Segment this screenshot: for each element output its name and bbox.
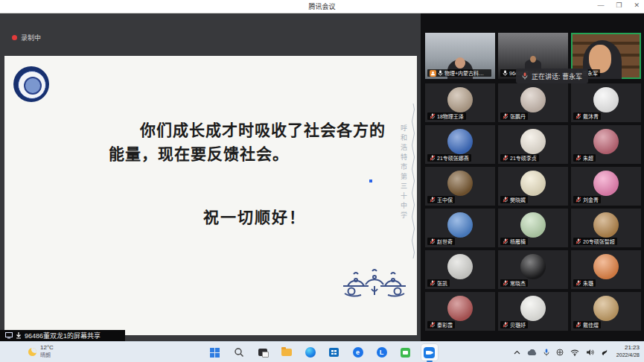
minimize-button[interactable]: — xyxy=(597,1,604,9)
tray-chevron-icon[interactable] xyxy=(514,350,520,355)
participant-tile[interactable]: 戴沐青 xyxy=(571,83,641,122)
store-icon xyxy=(329,348,339,357)
pen-icon[interactable] xyxy=(601,349,608,356)
mic-muted-icon xyxy=(430,113,436,119)
search-icon xyxy=(234,347,244,358)
mic-muted-icon xyxy=(503,197,508,203)
mic-muted-icon xyxy=(430,155,436,161)
mic-tray-icon[interactable] xyxy=(543,349,549,356)
share-source-label: 96486董双龙1的屏幕共享 xyxy=(25,331,101,340)
participant-name: 刘金青 xyxy=(583,196,599,203)
search-button[interactable] xyxy=(231,344,247,361)
wifi-icon[interactable] xyxy=(570,349,579,356)
avatar xyxy=(520,254,546,279)
participant-tile[interactable]: 20专硕张智超 xyxy=(571,209,641,247)
mic-muted-icon xyxy=(430,322,436,328)
mic-muted-icon xyxy=(576,197,581,203)
green-mail-app-button[interactable] xyxy=(398,344,414,361)
mongolian-script-watermark xyxy=(409,101,417,272)
mic-muted-icon xyxy=(576,238,581,244)
recording-label: 录制中 xyxy=(21,33,41,42)
avatar xyxy=(447,212,473,238)
mic-muted-icon xyxy=(503,113,508,119)
participant-name: 杨雁楠 xyxy=(510,238,526,245)
avatar xyxy=(593,212,619,238)
window-titlebar: 腾讯会议 — ❐ ✕ xyxy=(0,0,644,13)
language-indicator-icon[interactable] xyxy=(556,349,564,356)
mic-muted-icon xyxy=(503,155,508,161)
participant-tile[interactable]: 秦彩霞 xyxy=(425,292,495,331)
participant-tile[interactable]: 王中保 xyxy=(425,167,495,206)
participant-tile[interactable]: 樊晓娓 xyxy=(498,167,568,206)
participant-name: 20专硕张智超 xyxy=(583,238,615,245)
avatar xyxy=(520,87,546,112)
windows-logo-icon xyxy=(210,348,220,358)
participant-name: 戴佳熠 xyxy=(583,321,599,328)
participant-name: 樊晓娓 xyxy=(510,196,526,203)
recording-dot-icon xyxy=(12,35,17,40)
participant-tile[interactable]: 18物理王泽 xyxy=(425,83,495,122)
participant-name: 朱璐 xyxy=(583,279,593,287)
start-button[interactable] xyxy=(207,344,223,361)
participant-tile[interactable]: 21专硕张娜燕 xyxy=(425,125,495,164)
task-view-button[interactable] xyxy=(255,344,271,361)
edge-browser-button[interactable] xyxy=(302,344,319,361)
avatar xyxy=(447,254,473,279)
file-explorer-button[interactable] xyxy=(278,344,295,361)
avatar xyxy=(520,171,546,196)
person-face xyxy=(530,56,536,63)
microsoft-store-button[interactable] xyxy=(326,344,342,361)
now-speaking-toast: 正在讲话: 曹永军 xyxy=(516,69,588,83)
participant-tile[interactable]: 杨雁楠 xyxy=(498,209,568,247)
mic-muted-icon xyxy=(503,280,508,286)
participant-tile[interactable]: 赵世奇 xyxy=(425,209,495,247)
speaking-mic-icon xyxy=(522,72,528,80)
school-seal-logo xyxy=(13,66,49,102)
participant-name: 朱超 xyxy=(583,154,593,162)
clock-widget[interactable]: 21:23 2022/4/28 xyxy=(616,344,640,359)
tencent-meeting-app-button[interactable] xyxy=(421,344,438,361)
onedrive-cloud-icon[interactable] xyxy=(527,349,537,356)
blue-app-button[interactable]: L xyxy=(374,344,390,361)
folder-icon xyxy=(281,349,292,356)
mic-icon xyxy=(503,70,508,76)
participant-tile[interactable]: 21专硕李贞 xyxy=(498,125,568,164)
monitor-icon xyxy=(5,332,13,339)
participant-tile[interactable]: 张凯 xyxy=(425,250,495,289)
tile-nameplate: 王中保 xyxy=(427,196,455,203)
participant-tile[interactable]: 朱超 xyxy=(571,125,641,164)
tile-nameplate: 戴佳熠 xyxy=(573,321,601,328)
browser-app-button[interactable]: e xyxy=(350,344,366,361)
participant-tile[interactable]: 朱璐 xyxy=(571,250,641,289)
avatar xyxy=(520,129,546,154)
close-button[interactable]: ✕ xyxy=(634,1,640,9)
tile-nameplate: 杨雁楠 xyxy=(500,238,528,245)
person-face xyxy=(455,57,465,69)
participant-tile[interactable]: 贝璐妤 xyxy=(498,292,568,331)
participant-tile[interactable]: 刘金青 xyxy=(571,167,641,206)
avatar xyxy=(593,87,619,112)
window-title: 腾讯会议 xyxy=(0,1,644,11)
school-name-watermark: 呼和浩特市第三十中学 xyxy=(399,124,409,273)
mic-muted-icon xyxy=(576,280,581,286)
tile-nameplate: 张鹏丹 xyxy=(500,112,528,120)
volume-icon[interactable] xyxy=(586,349,594,356)
participant-tile[interactable]: 张鹏丹 xyxy=(498,83,568,122)
maximize-button[interactable]: ❐ xyxy=(616,1,622,9)
participant-name: 戴沐青 xyxy=(583,112,599,120)
participant-tile[interactable]: 戴佳熠 xyxy=(571,292,641,331)
edge-icon xyxy=(305,347,316,358)
participant-tile[interactable]: 常晓杰 xyxy=(498,250,568,289)
avatar xyxy=(520,296,546,321)
participant-name: 21专硕李贞 xyxy=(510,154,537,162)
participant-name: 赵世奇 xyxy=(437,238,453,245)
mic-muted-icon xyxy=(503,322,508,328)
tile-nameplate: 秦彩霞 xyxy=(427,321,455,328)
avatar xyxy=(593,296,619,321)
tile-nameplate: 贝璐妤 xyxy=(500,321,528,328)
tile-nameplate: 张凯 xyxy=(427,279,450,287)
video-tile[interactable]: 物理+内蒙古科技大... xyxy=(425,33,495,79)
task-view-icon xyxy=(258,349,267,356)
tile-nameplate: 刘金青 xyxy=(573,196,601,203)
mic-muted-icon xyxy=(430,197,436,203)
